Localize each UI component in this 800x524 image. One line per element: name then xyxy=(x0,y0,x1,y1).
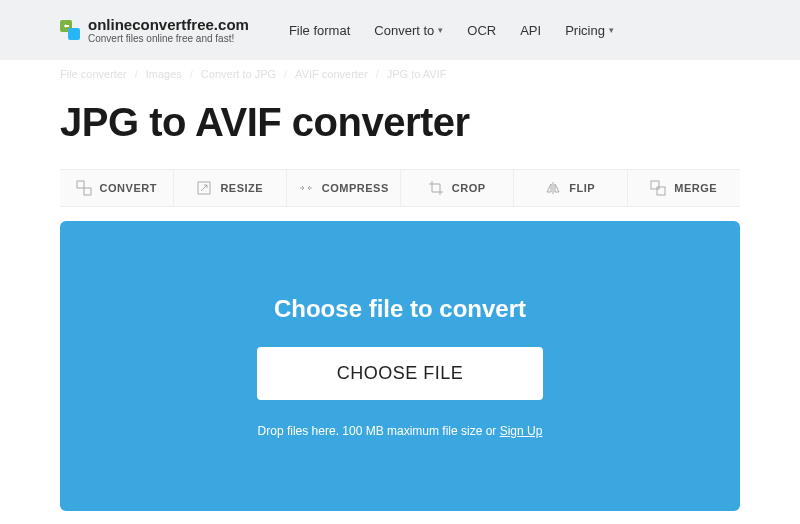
nav: File format Convert to▾ OCR API Pricing▾ xyxy=(289,23,614,38)
logo-subtitle: Convert files online free and fast! xyxy=(88,33,249,44)
signup-link[interactable]: Sign Up xyxy=(500,424,543,438)
tool-resize[interactable]: RESIZE xyxy=(174,170,288,206)
choose-file-button[interactable]: CHOOSE FILE xyxy=(257,347,544,400)
compress-icon xyxy=(298,180,314,196)
nav-label: File format xyxy=(289,23,350,38)
tool-label: FLIP xyxy=(569,182,595,194)
resize-icon xyxy=(196,180,212,196)
drop-hint: Drop files here. 100 MB maximum file siz… xyxy=(258,424,543,438)
svg-rect-3 xyxy=(84,188,91,195)
page-title: JPG to AVIF converter xyxy=(0,80,800,169)
chevron-down-icon: ▾ xyxy=(438,25,443,35)
breadcrumb-item[interactable]: AVIF converter xyxy=(295,68,368,80)
crop-icon xyxy=(428,180,444,196)
nav-convert-to[interactable]: Convert to▾ xyxy=(374,23,443,38)
tool-compress[interactable]: COMPRESS xyxy=(287,170,401,206)
svg-rect-6 xyxy=(657,187,665,195)
tool-label: MERGE xyxy=(674,182,717,194)
header: onlineconvertfree.com Convert files onli… xyxy=(0,0,800,60)
breadcrumb-item: JPG to AVIF xyxy=(387,68,447,80)
tool-crop[interactable]: CROP xyxy=(401,170,515,206)
tool-label: CONVERT xyxy=(100,182,157,194)
breadcrumb: File converter/ Images/ Convert to JPG/ … xyxy=(0,60,800,80)
nav-label: Pricing xyxy=(565,23,605,38)
drop-title: Choose file to convert xyxy=(274,295,526,323)
nav-label: API xyxy=(520,23,541,38)
drop-zone[interactable]: Choose file to convert CHOOSE FILE Drop … xyxy=(60,221,740,511)
svg-rect-2 xyxy=(77,181,84,188)
tool-flip[interactable]: FLIP xyxy=(514,170,628,206)
breadcrumb-sep: / xyxy=(190,68,193,80)
tool-merge[interactable]: MERGE xyxy=(628,170,741,206)
nav-file-format[interactable]: File format xyxy=(289,23,350,38)
breadcrumb-item[interactable]: Convert to JPG xyxy=(201,68,276,80)
drop-hint-text: Drop files here. 100 MB maximum file siz… xyxy=(258,424,500,438)
toolbar: CONVERT RESIZE COMPRESS CROP FLIP MERGE xyxy=(60,169,740,207)
tool-label: CROP xyxy=(452,182,486,194)
svg-rect-5 xyxy=(651,181,659,189)
logo[interactable]: onlineconvertfree.com Convert files onli… xyxy=(60,16,249,44)
breadcrumb-item[interactable]: File converter xyxy=(60,68,127,80)
chevron-down-icon: ▾ xyxy=(609,25,614,35)
merge-icon xyxy=(650,180,666,196)
tool-label: RESIZE xyxy=(220,182,263,194)
nav-label: Convert to xyxy=(374,23,434,38)
logo-title: onlineconvertfree.com xyxy=(88,16,249,33)
nav-label: OCR xyxy=(467,23,496,38)
convert-icon xyxy=(76,180,92,196)
tool-label: COMPRESS xyxy=(322,182,389,194)
nav-api[interactable]: API xyxy=(520,23,541,38)
breadcrumb-item[interactable]: Images xyxy=(146,68,182,80)
nav-ocr[interactable]: OCR xyxy=(467,23,496,38)
breadcrumb-sep: / xyxy=(376,68,379,80)
breadcrumb-sep: / xyxy=(284,68,287,80)
tool-convert[interactable]: CONVERT xyxy=(60,170,174,206)
flip-icon xyxy=(545,180,561,196)
logo-icon xyxy=(60,20,80,40)
nav-pricing[interactable]: Pricing▾ xyxy=(565,23,614,38)
svg-rect-1 xyxy=(68,28,80,40)
breadcrumb-sep: / xyxy=(135,68,138,80)
